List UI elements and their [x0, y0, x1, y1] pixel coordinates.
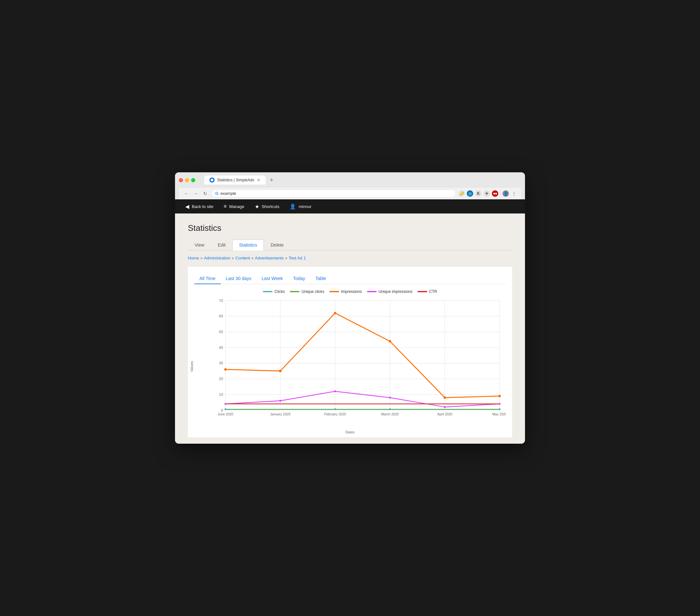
svg-text:0: 0: [221, 408, 223, 412]
svg-text:70: 70: [219, 299, 223, 303]
extension-icon-3[interactable]: K: [475, 190, 482, 197]
svg-point-0: [211, 179, 213, 181]
breadcrumb-home[interactable]: Home: [188, 256, 199, 260]
chart-tab-week[interactable]: Last Week: [257, 273, 288, 284]
legend-impressions-color: [329, 291, 339, 292]
breadcrumb-administration[interactable]: Administration: [204, 256, 230, 260]
unique-impressions-point-4: [444, 406, 446, 408]
svg-text:40: 40: [219, 346, 223, 349]
back-button[interactable]: ←: [183, 190, 190, 197]
refresh-button[interactable]: ↻: [202, 190, 209, 197]
legend-ctr-color: [417, 291, 427, 292]
unique-impressions-point-3: [389, 397, 391, 399]
chart-legend: Clicks Unique clicks Impressions Unique …: [194, 290, 506, 294]
chart-svg: 0 10 20 30 40 50 60 70 June 2020 January…: [207, 299, 506, 418]
chart-tab-all-time[interactable]: All Time: [194, 273, 221, 284]
shortcuts-button[interactable]: ★ Shortcuts: [250, 199, 285, 214]
cms-toolbar: ◀ Back to site ≡ Manage ★ Shortcuts 👤 mi…: [175, 199, 525, 214]
impressions-point-3: [389, 340, 391, 343]
chart-area: Values: [194, 299, 506, 434]
tab-close-button[interactable]: ✕: [257, 178, 261, 183]
user-button[interactable]: 👤 minnur: [284, 199, 316, 214]
breadcrumb: Home » Administration » Content » Advert…: [188, 256, 512, 260]
svg-text:60: 60: [219, 314, 223, 318]
extension-icon-5[interactable]: ■■: [492, 190, 498, 197]
tab-edit[interactable]: Edit: [211, 240, 232, 251]
menu-icon[interactable]: ⋮: [511, 190, 517, 197]
breadcrumb-sep-1: »: [200, 256, 203, 260]
tab-delete[interactable]: Delete: [264, 240, 290, 251]
y-axis-label: Values: [190, 361, 193, 372]
legend-ctr: CTR: [417, 290, 437, 294]
legend-clicks-color: [263, 291, 273, 292]
svg-text:February 2020: February 2020: [324, 412, 346, 416]
svg-text:20: 20: [219, 377, 223, 381]
chart-tab-30days[interactable]: Last 30 days: [221, 273, 257, 284]
extension-icon-1[interactable]: 🔑: [459, 190, 465, 197]
legend-unique-impressions: Unique impressions: [367, 290, 412, 294]
legend-unique-clicks-label: Unique clicks: [301, 290, 324, 294]
url-text: example: [220, 191, 236, 196]
browser-controls: Statistics | SimpleAds ✕ +: [179, 176, 521, 184]
profile-icon[interactable]: 👤: [502, 190, 509, 197]
maximize-button[interactable]: [191, 178, 195, 182]
user-icon: 👤: [289, 204, 296, 210]
browser-chrome: Statistics | SimpleAds ✕ + ← → ↻ G examp…: [175, 172, 525, 199]
svg-text:March 2020: March 2020: [381, 412, 399, 416]
impressions-point-5: [498, 395, 501, 397]
legend-clicks: Clicks: [263, 290, 285, 294]
unique-impressions-point-5: [499, 403, 501, 405]
svg-text:June 2020: June 2020: [218, 412, 234, 416]
svg-text:30: 30: [219, 361, 223, 365]
extension-icon-4[interactable]: ✳: [484, 190, 490, 197]
chart-container: All Time Last 30 days Last Week Today Ta…: [188, 267, 512, 437]
legend-impressions-label: Impressions: [341, 290, 362, 294]
clicks-point-0: [225, 408, 226, 410]
legend-unique-impressions-color: [367, 291, 377, 292]
divider: [500, 190, 501, 197]
svg-text:10: 10: [219, 393, 223, 396]
tab-title: Statistics | SimpleAds: [217, 178, 254, 182]
forward-button[interactable]: →: [192, 190, 199, 197]
unique-impressions-point-1: [279, 400, 281, 402]
tab-view[interactable]: View: [188, 240, 211, 251]
back-to-site-button[interactable]: ◀ Back to site: [180, 199, 218, 214]
chart-tabs: All Time Last 30 days Last Week Today Ta…: [194, 273, 506, 284]
impressions-point-0: [224, 368, 227, 371]
breadcrumb-test-ad[interactable]: Test Ad 1: [289, 256, 305, 260]
svg-text:April 2020: April 2020: [437, 412, 452, 416]
breadcrumb-sep-4: »: [285, 256, 287, 260]
unique-impressions-point-0: [225, 403, 226, 405]
legend-impressions: Impressions: [329, 290, 362, 294]
legend-ctr-label: CTR: [429, 290, 437, 294]
tab-statistics[interactable]: Statistics: [232, 240, 264, 251]
unique-impressions-line: [225, 391, 500, 407]
active-tab[interactable]: Statistics | SimpleAds ✕: [204, 176, 266, 184]
star-icon: ★: [255, 204, 259, 210]
address-bar: ← → ↻ G example 🔑 ◎ K ✳ ■■ 👤 ⋮: [179, 187, 521, 199]
chart-tab-today[interactable]: Today: [288, 273, 310, 284]
chart-tab-table[interactable]: Table: [310, 273, 331, 284]
new-tab-button[interactable]: +: [267, 176, 276, 184]
svg-text:January 2020: January 2020: [270, 412, 290, 416]
clicks-point-2: [334, 408, 336, 410]
clicks-point-5: [499, 408, 501, 410]
extension-icon-2[interactable]: ◎: [467, 190, 473, 197]
unique-impressions-point-2: [334, 390, 336, 392]
impressions-line: [225, 313, 500, 398]
x-axis-label: Dates: [346, 430, 355, 434]
legend-unique-clicks: Unique clicks: [290, 290, 324, 294]
clicks-point-3: [389, 408, 391, 410]
breadcrumb-advertisements[interactable]: Advertisements: [255, 256, 284, 260]
breadcrumb-content[interactable]: Content: [236, 256, 250, 260]
manage-button[interactable]: ≡ Manage: [218, 199, 249, 214]
minimize-button[interactable]: [185, 178, 189, 182]
address-input[interactable]: G example: [211, 189, 456, 197]
browser-toolbar-icons: 🔑 ◎ K ✳ ■■ 👤 ⋮: [459, 190, 517, 197]
svg-text:50: 50: [219, 330, 223, 334]
svg-text:May 2020: May 2020: [492, 412, 506, 416]
tab-bar: Statistics | SimpleAds ✕ +: [204, 176, 276, 184]
tab-favicon: [210, 178, 215, 183]
page-title: Statistics: [188, 223, 512, 233]
close-button[interactable]: [179, 178, 183, 182]
